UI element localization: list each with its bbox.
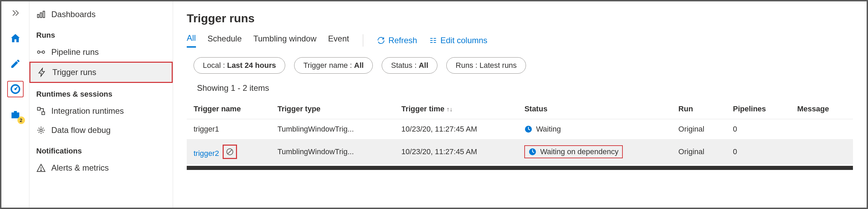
cell-trigger-type: TumblingWindowTrig...	[271, 119, 394, 139]
refresh-icon	[377, 36, 385, 45]
status-cell: Waiting	[524, 125, 665, 134]
monitor-gauge-icon	[10, 83, 21, 95]
trigger-icon	[37, 67, 47, 77]
refresh-label: Refresh	[389, 36, 417, 45]
tabs-row: All Schedule Tumbling window Event Refre…	[187, 33, 853, 48]
sidebar-item-dashboards[interactable]: Dashboards	[29, 5, 173, 24]
cell-pipelines: 0	[726, 139, 790, 164]
edit-columns-button[interactable]: Edit columns	[429, 36, 487, 45]
cell-trigger-name: trigger1	[187, 119, 271, 139]
svg-rect-3	[38, 14, 39, 17]
svg-rect-9	[42, 112, 44, 114]
filter-trigger-name[interactable]: Trigger name : All	[294, 57, 373, 74]
sidebar: Dashboards Runs Pipeline runs Trigger ru…	[29, 1, 173, 208]
col-trigger-name[interactable]: Trigger name	[187, 99, 271, 119]
col-status[interactable]: Status	[517, 99, 671, 119]
svg-point-7	[42, 51, 45, 53]
svg-point-12	[41, 170, 41, 171]
cell-message	[790, 139, 853, 164]
status-text: Waiting	[536, 125, 561, 134]
col-pipelines[interactable]: Pipelines	[726, 99, 790, 119]
icon-rail: 2	[1, 1, 29, 208]
chevrons-right-icon	[11, 9, 20, 17]
cancel-run-button[interactable]	[223, 145, 237, 159]
svg-point-10	[40, 129, 42, 132]
tab-event[interactable]: Event	[328, 34, 349, 47]
sidebar-item-label: Dashboards	[51, 10, 95, 19]
sidebar-item-label: Alerts & metrics	[51, 163, 109, 173]
main-content: Trigger runs All Schedule Tumbling windo…	[173, 1, 867, 208]
svg-point-2	[14, 88, 16, 90]
svg-rect-8	[38, 108, 40, 110]
cell-trigger-type: TumblingWindowTrig...	[271, 139, 394, 164]
sort-icon: ↑↓	[447, 106, 453, 113]
columns-icon	[429, 36, 437, 45]
table-row[interactable]: trigger2 TumblingWindowTrig... 10/23/20,…	[187, 139, 853, 164]
horizontal-scrollbar[interactable]	[187, 166, 853, 170]
sidebar-item-label: Trigger runs	[52, 67, 96, 77]
sidebar-item-trigger-runs[interactable]: Trigger runs	[29, 62, 173, 83]
svg-line-21	[228, 150, 232, 154]
sidebar-item-data-flow-debug[interactable]: Data flow debug	[29, 121, 173, 140]
pencil-icon	[10, 58, 21, 69]
trigger-runs-table: Trigger name Trigger type Trigger time↑↓…	[187, 99, 853, 164]
pipeline-icon	[36, 47, 46, 57]
col-message[interactable]: Message	[790, 99, 853, 119]
page-title: Trigger runs	[187, 12, 853, 25]
filter-status[interactable]: Status : All	[382, 57, 437, 74]
trigger-link[interactable]: trigger2	[194, 149, 219, 158]
sidebar-item-label: Data flow debug	[51, 125, 110, 135]
status-text: Waiting on dependency	[540, 147, 618, 156]
dashboards-icon	[36, 10, 46, 19]
rail-toolbox[interactable]: 2	[7, 106, 24, 123]
sidebar-item-alerts-metrics[interactable]: Alerts & metrics	[29, 158, 173, 177]
sidebar-item-pipeline-runs[interactable]: Pipeline runs	[29, 42, 173, 62]
cell-trigger-time: 10/23/20, 11:27:45 AM	[395, 139, 518, 164]
filter-local[interactable]: Local : Last 24 hours	[194, 57, 285, 74]
integration-icon	[36, 106, 46, 116]
dataflow-icon	[36, 125, 46, 135]
alerts-icon	[36, 163, 46, 173]
sidebar-item-integration-runtimes[interactable]: Integration runtimes	[29, 101, 173, 121]
col-trigger-type[interactable]: Trigger type	[271, 99, 394, 119]
cell-status: Waiting	[517, 119, 671, 139]
trigger-name-text: trigger1	[194, 125, 219, 133]
home-icon	[10, 33, 21, 44]
rail-edit[interactable]	[7, 56, 24, 72]
sidebar-item-label: Integration runtimes	[51, 106, 124, 116]
edit-columns-label: Edit columns	[440, 36, 487, 45]
cell-message	[790, 119, 853, 139]
svg-point-6	[38, 51, 40, 53]
cell-run: Original	[672, 119, 726, 139]
table-row[interactable]: trigger1 TumblingWindowTrig... 10/23/20,…	[187, 119, 853, 139]
waiting-icon	[524, 125, 532, 133]
tab-all[interactable]: All	[187, 33, 196, 48]
cell-pipelines: 0	[726, 119, 790, 139]
status-highlight: Waiting on dependency	[524, 145, 622, 158]
sidebar-section-runs: Runs	[29, 24, 173, 42]
svg-rect-4	[40, 13, 42, 17]
svg-rect-5	[43, 11, 45, 18]
sidebar-section-notifications: Notifications	[29, 140, 173, 158]
divider	[363, 34, 363, 47]
cell-trigger-time: 10/23/20, 11:27:45 AM	[395, 119, 518, 139]
tab-schedule[interactable]: Schedule	[208, 34, 242, 47]
tab-tumbling-window[interactable]: Tumbling window	[253, 34, 317, 47]
cancel-icon	[226, 148, 234, 156]
sidebar-item-label: Pipeline runs	[51, 47, 99, 57]
rail-home[interactable]	[7, 30, 24, 47]
expand-rail-button[interactable]	[7, 5, 24, 21]
refresh-button[interactable]: Refresh	[377, 36, 417, 45]
rail-badge: 2	[17, 116, 25, 124]
sidebar-section-runtimes: Runtimes & sessions	[29, 83, 173, 101]
waiting-icon	[528, 148, 537, 156]
showing-count: Showing 1 - 2 items	[187, 83, 853, 93]
cell-trigger-name: trigger2	[187, 139, 271, 164]
cell-run: Original	[672, 139, 726, 164]
col-run[interactable]: Run	[672, 99, 726, 119]
col-trigger-time[interactable]: Trigger time↑↓	[395, 99, 518, 119]
filters-row: Local : Last 24 hours Trigger name : All…	[187, 57, 853, 74]
cell-status: Waiting on dependency	[517, 139, 671, 164]
filter-runs[interactable]: Runs : Latest runs	[446, 57, 526, 74]
rail-monitor[interactable]	[7, 81, 24, 97]
